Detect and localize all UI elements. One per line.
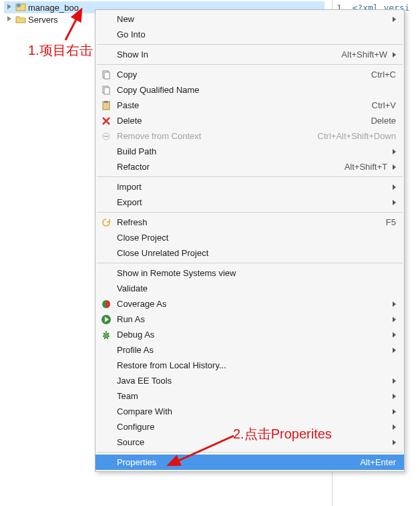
submenu-arrow-icon <box>393 184 396 190</box>
svg-rect-7 <box>104 101 108 103</box>
menu-item-close-unrelated-project[interactable]: Close Unrelated Project <box>95 245 404 261</box>
blank-icon <box>99 345 113 356</box>
menu-item-import[interactable]: Import <box>95 179 404 195</box>
menu-item-profile-as[interactable]: Profile As <box>95 342 404 358</box>
menu-item-label: Export <box>117 197 142 207</box>
menu-item-label: Debug As <box>117 330 154 340</box>
blank-icon <box>99 422 113 432</box>
blank-icon <box>99 437 113 448</box>
folder-icon <box>15 14 26 25</box>
menu-item-refactor[interactable]: RefactorAlt+Shift+T <box>95 159 404 174</box>
submenu-arrow-icon <box>393 424 396 430</box>
submenu-arrow-icon <box>393 348 396 353</box>
delete-icon <box>99 116 113 126</box>
tree-item-label: Servers <box>28 15 58 25</box>
submenu-arrow-icon <box>393 17 396 22</box>
menu-item-close-project[interactable]: Close Project <box>95 230 404 245</box>
expander-icon[interactable] <box>7 4 13 11</box>
menu-item-debug-as[interactable]: Debug As <box>95 327 404 342</box>
context-menu: NewGo IntoShow InAlt+Shift+WCopyCtrl+CCo… <box>95 9 405 472</box>
menu-item-copy-qualified-name[interactable]: Copy Qualified Name <box>95 82 404 98</box>
copy-icon <box>99 70 113 80</box>
menu-item-refresh[interactable]: RefreshF5 <box>95 215 404 230</box>
menu-item-coverage-as[interactable]: Coverage As <box>95 296 404 311</box>
menu-item-go-into[interactable]: Go Into <box>95 27 404 42</box>
menu-item-export[interactable]: Export <box>95 195 404 210</box>
submenu-arrow-icon <box>393 440 396 445</box>
menu-item-label: Properties <box>117 457 156 467</box>
menu-item-copy[interactable]: CopyCtrl+C <box>95 67 404 82</box>
menu-item-team[interactable]: Team <box>95 388 404 404</box>
menu-separator <box>97 44 403 45</box>
blank-icon <box>99 233 113 243</box>
menu-item-label: Close Unrelated Project <box>117 248 208 258</box>
annotation-1: 1.项目右击 <box>28 41 93 59</box>
menu-item-label: Profile As <box>117 345 154 355</box>
menu-shortcut: F5 <box>386 217 396 227</box>
menu-item-paste[interactable]: PasteCtrl+V <box>95 98 404 113</box>
blank-icon <box>99 457 113 468</box>
menu-item-compare-with[interactable]: Compare With <box>95 404 404 419</box>
menu-shortcut: Ctrl+V <box>372 100 396 110</box>
menu-item-delete[interactable]: DeleteDelete <box>95 113 404 128</box>
svg-rect-5 <box>104 88 110 94</box>
menu-item-remove-from-context: Remove from ContextCtrl+Alt+Shift+Down <box>95 128 404 144</box>
menu-item-label: Paste <box>117 100 139 110</box>
blank-icon <box>99 283 113 294</box>
paste-icon <box>99 100 113 111</box>
menu-item-label: Refresh <box>117 217 148 227</box>
menu-item-label: Go Into <box>117 29 146 39</box>
submenu-arrow-icon <box>393 149 396 154</box>
menu-item-label: Coverage As <box>117 299 166 309</box>
menu-item-validate[interactable]: Validate <box>95 281 404 296</box>
expander-icon[interactable] <box>7 16 13 23</box>
menu-item-label: Remove from Context <box>117 131 201 141</box>
blank-icon <box>99 146 113 157</box>
blank-icon <box>99 391 113 402</box>
submenu-arrow-icon <box>393 332 396 338</box>
submenu-arrow-icon <box>393 409 396 414</box>
submenu-arrow-icon <box>393 164 396 170</box>
menu-item-label: Validate <box>117 283 148 293</box>
menu-item-show-in-remote-systems-view[interactable]: Show in Remote Systems view <box>95 265 404 281</box>
menu-item-source[interactable]: Source <box>95 434 404 450</box>
run-icon <box>99 314 113 325</box>
menu-item-label: Run As <box>117 314 145 324</box>
debug-icon <box>99 330 113 340</box>
submenu-arrow-icon <box>393 200 396 205</box>
menu-item-run-as[interactable]: Run As <box>95 311 404 327</box>
menu-item-label: Configure <box>117 422 154 432</box>
svg-rect-3 <box>104 72 110 79</box>
project-icon <box>15 2 26 13</box>
menu-item-label: Copy Qualified Name <box>117 85 200 95</box>
menu-item-label: Copy <box>117 70 137 80</box>
blank-icon <box>99 49 113 60</box>
menu-item-java-ee-tools[interactable]: Java EE Tools <box>95 373 404 388</box>
menu-separator <box>97 452 403 453</box>
blank-icon <box>99 197 113 208</box>
blank-icon <box>99 182 113 193</box>
tree-item-label: manage_boo <box>28 3 79 13</box>
blank-icon <box>99 14 113 25</box>
menu-item-build-path[interactable]: Build Path <box>95 144 404 159</box>
blank-icon <box>99 376 113 386</box>
menu-item-new[interactable]: New <box>95 11 404 27</box>
menu-shortcut: Alt+Shift+T <box>345 162 387 172</box>
menu-item-label: Build Path <box>117 146 156 156</box>
submenu-arrow-icon <box>393 301 396 307</box>
menu-item-label: Compare With <box>117 406 172 416</box>
blank-icon <box>99 248 113 259</box>
menu-item-label: Show In <box>117 49 148 59</box>
menu-item-show-in[interactable]: Show InAlt+Shift+W <box>95 47 404 62</box>
menu-item-configure[interactable]: Configure <box>95 419 404 434</box>
refresh-icon <box>99 217 113 228</box>
menu-item-properties[interactable]: PropertiesAlt+Enter <box>95 455 404 470</box>
menu-item-label: Show in Remote Systems view <box>117 268 236 278</box>
svg-point-1 <box>17 3 21 7</box>
menu-separator <box>97 212 403 213</box>
remove-ctx-icon <box>99 131 113 142</box>
menu-item-label: New <box>117 14 134 24</box>
menu-item-restore-from-local-history[interactable]: Restore from Local History... <box>95 358 404 373</box>
menu-shortcut: Ctrl+Alt+Shift+Down <box>318 131 396 141</box>
menu-shortcut: Alt+Shift+W <box>341 49 387 59</box>
